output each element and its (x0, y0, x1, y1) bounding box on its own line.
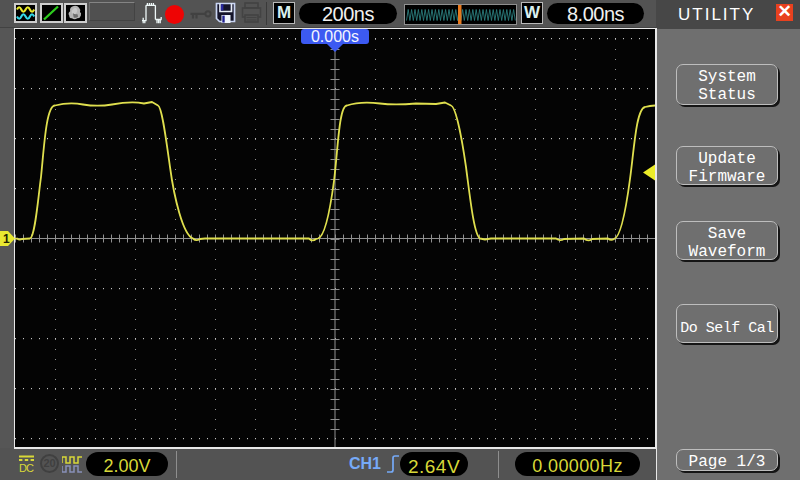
svg-text:DC: DC (19, 462, 34, 474)
svg-text:1: 1 (3, 232, 10, 246)
